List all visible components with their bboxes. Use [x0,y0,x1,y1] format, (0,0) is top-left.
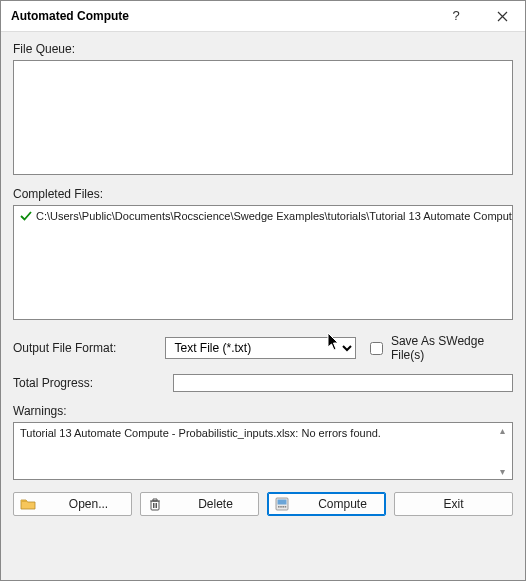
compute-button[interactable]: Compute [267,492,386,516]
completed-files-label: Completed Files: [13,187,513,201]
close-button[interactable] [479,1,525,32]
folder-open-icon [20,496,36,512]
warnings-box: Tutorial 13 Automate Compute - Probabili… [13,422,513,480]
save-as-swedge-input[interactable] [370,342,383,355]
help-icon: ? [451,9,461,23]
chevron-up-icon: ▴ [500,425,505,436]
completed-files-list[interactable]: C:\Users\Public\Documents\Rocscience\Swe… [13,205,513,320]
delete-button[interactable]: Delete [140,492,259,516]
compute-button-label: Compute [306,497,379,511]
svg-rect-4 [278,506,280,508]
svg-rect-3 [278,500,287,505]
svg-text:?: ? [452,9,459,23]
save-as-swedge-label: Save As SWedge File(s) [391,334,513,362]
open-button[interactable]: Open... [13,492,132,516]
save-as-swedge-checkbox[interactable]: Save As SWedge File(s) [366,334,513,362]
warnings-label: Warnings: [13,404,513,418]
svg-rect-5 [280,506,282,508]
output-format-select[interactable]: Text File (*.txt) [165,337,355,359]
help-button[interactable]: ? [433,1,479,32]
total-progress-bar [173,374,513,392]
total-progress-label: Total Progress: [13,376,163,390]
window-title: Automated Compute [11,9,433,23]
delete-button-label: Delete [179,497,252,511]
button-row: Open... Delete Compute Exit [13,490,513,522]
chevron-down-icon: ▾ [500,466,505,477]
exit-button[interactable]: Exit [394,492,513,516]
close-icon [497,11,508,22]
titlebar: Automated Compute ? [1,1,525,32]
checkmark-icon [20,210,32,222]
warnings-text: Tutorial 13 Automate Compute - Probabili… [20,427,381,439]
file-queue-label: File Queue: [13,42,513,56]
svg-rect-6 [282,506,284,508]
svg-rect-7 [285,506,287,508]
list-item[interactable]: C:\Users\Public\Documents\Rocscience\Swe… [16,208,510,224]
list-item-text: C:\Users\Public\Documents\Rocscience\Swe… [36,210,513,222]
automated-compute-dialog: Automated Compute ? File Queue: Complete… [0,0,526,581]
output-format-label: Output File Format: [13,341,155,355]
compute-icon [274,496,290,512]
trash-icon [147,496,163,512]
warnings-scroll[interactable]: ▴ ▾ [494,425,510,477]
open-button-label: Open... [52,497,125,511]
file-queue-list[interactable] [13,60,513,175]
exit-button-label: Exit [401,497,506,511]
